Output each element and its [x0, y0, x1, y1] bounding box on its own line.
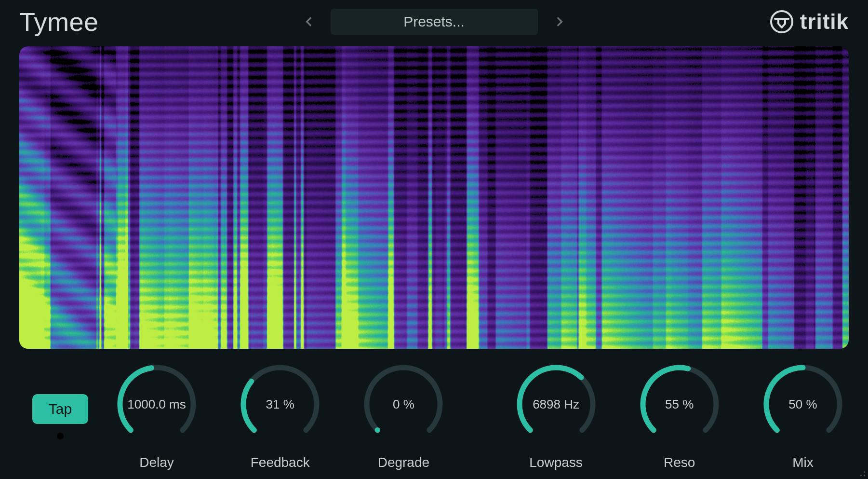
knob-delay-value: 1000.0 ms [116, 363, 198, 445]
knob-reso-value: 55 % [639, 363, 721, 445]
brand-name: tritik [800, 10, 849, 34]
brand-logo-icon [770, 10, 793, 33]
chevron-right-icon [553, 15, 565, 28]
knob-delay[interactable]: 1000.0 msDelay [116, 363, 198, 470]
knob-degrade-label: Degrade [378, 455, 429, 470]
tap-tempo-led [57, 433, 64, 439]
knob-mix-value: 50 % [762, 363, 844, 445]
plugin-title: Tymee [19, 7, 99, 37]
knob-feedback-label: Feedback [251, 455, 310, 470]
knob-degrade[interactable]: 0 %Degrade [362, 363, 444, 470]
knob-lowpass-value: 6898 Hz [515, 363, 597, 445]
knob-lowpass-label: Lowpass [529, 455, 583, 470]
preset-navigator: Presets... [301, 9, 568, 35]
resize-handle[interactable] [857, 468, 865, 476]
brand: tritik [770, 10, 849, 34]
knob-feedback[interactable]: 31 %Feedback [239, 363, 321, 470]
knob-feedback-value: 31 % [239, 363, 321, 445]
knob-reso-label: Reso [664, 455, 695, 470]
preset-selector[interactable]: Presets... [331, 9, 538, 35]
knob-lowpass[interactable]: 6898 HzLowpass [515, 363, 597, 470]
knob-degrade-value: 0 % [362, 363, 444, 445]
svg-point-0 [771, 11, 792, 32]
tap-tempo-button[interactable]: Tap [32, 394, 88, 424]
chevron-left-icon [303, 15, 316, 28]
knob-mix[interactable]: 50 %Mix [762, 363, 844, 470]
preset-next-button[interactable] [550, 13, 568, 30]
knob-mix-label: Mix [792, 455, 814, 470]
preset-prev-button[interactable] [301, 13, 318, 30]
spectrogram-display[interactable] [19, 46, 849, 349]
knob-delay-label: Delay [139, 455, 174, 470]
knob-reso[interactable]: 55 %Reso [639, 363, 721, 470]
